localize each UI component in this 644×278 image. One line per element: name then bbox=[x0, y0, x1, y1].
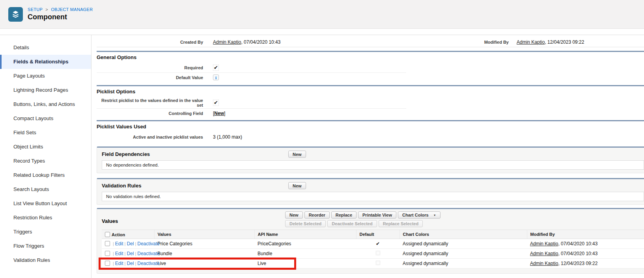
restrict-picklist-value: ✔ bbox=[203, 100, 219, 106]
checkmark-icon: ✔ bbox=[213, 65, 219, 71]
picklist-options-section: Picklist Options Restrict picklist to th… bbox=[97, 85, 644, 118]
sidebar-item-lightning-record-pages[interactable]: Lightning Record Pages bbox=[0, 83, 91, 97]
content-area: DetailsFields & RelationshipsPage Layout… bbox=[0, 35, 644, 278]
default-checkmark-icon: ✔ bbox=[376, 241, 380, 246]
default-value-row: Default Value i bbox=[97, 72, 406, 82]
general-options-section: General Options Required ✔ Default Value… bbox=[97, 51, 644, 82]
deactivate-link[interactable]: Deactivate bbox=[137, 251, 160, 256]
row-checkbox[interactable] bbox=[105, 261, 110, 266]
sidebar-item-fields-relationships[interactable]: Fields & Relationships bbox=[0, 55, 91, 69]
sidebar-item-related-lookup-filters[interactable]: Related Lookup Filters bbox=[0, 168, 91, 182]
field-dependencies-empty-message: No dependencies defined. bbox=[102, 160, 644, 170]
picklist-options-rows: Restrict picklist to the values defined … bbox=[97, 97, 406, 118]
column-header-values: Values bbox=[154, 230, 254, 239]
column-header-modified-by: Modified By bbox=[527, 230, 644, 239]
values-toolbar-row-1: NewReorderReplacePrintable ViewChart Col… bbox=[285, 211, 442, 219]
sidebar-item-list-view-button-layout[interactable]: List View Button Layout bbox=[0, 196, 91, 211]
sidebar-item-field-sets[interactable]: Field Sets bbox=[0, 126, 91, 140]
created-by-value: Admin Kaptio, 07/04/2020 10:43 bbox=[203, 39, 379, 45]
sidebar-item-flow-triggers[interactable]: Flow Triggers bbox=[0, 239, 91, 253]
object-manager-sidebar: DetailsFields & RelationshipsPage Layout… bbox=[0, 35, 91, 278]
sidebar-item-object-limits[interactable]: Object Limits bbox=[0, 140, 91, 154]
setup-header: SETUP > OBJECT MANAGER Component bbox=[0, 0, 644, 29]
sidebar-item-triggers[interactable]: Triggers bbox=[0, 225, 91, 239]
breadcrumb-object-manager[interactable]: OBJECT MANAGER bbox=[51, 7, 93, 12]
value-label-cell: Bundle bbox=[154, 249, 254, 259]
picklist-values-used-rows: Active and inactive picklist values 3 (1… bbox=[97, 132, 406, 142]
default-checkbox[interactable] bbox=[376, 261, 380, 265]
modified-by-datetime: , 07/04/2020 10:43 bbox=[558, 241, 597, 246]
validation-rules-header: Validation Rules New bbox=[102, 179, 644, 192]
pipe-separator: | bbox=[135, 251, 136, 256]
column-header-default: Default bbox=[356, 230, 399, 239]
action-cell: |Edit|Del|Deactivate bbox=[102, 259, 154, 269]
modified-by-user-link[interactable]: Admin Kaptio bbox=[530, 241, 558, 246]
audit-row: Created By Admin Kaptio, 07/04/2020 10:4… bbox=[97, 37, 644, 47]
layers-icon bbox=[11, 10, 20, 19]
picklist-options-title: Picklist Options bbox=[97, 89, 644, 95]
values-toolbar: NewReorderReplacePrintable ViewChart Col… bbox=[285, 211, 442, 228]
chart-colors-button[interactable]: Chart Colors▼ bbox=[398, 211, 441, 219]
values-header: Values NewReorderReplacePrintable ViewCh… bbox=[102, 209, 644, 230]
printable-view-button[interactable]: Printable View bbox=[358, 211, 396, 219]
column-header-api-name: API Name bbox=[254, 230, 356, 239]
deactivate-link[interactable]: Deactivate bbox=[137, 241, 160, 246]
controlling-field-new-link[interactable]: New bbox=[214, 111, 224, 116]
sidebar-item-restriction-rules[interactable]: Restriction Rules bbox=[0, 211, 91, 225]
modified-by-user-link[interactable]: Admin Kaptio bbox=[530, 261, 558, 266]
value-label-cell: Price Categories bbox=[154, 239, 254, 249]
reorder-button[interactable]: Reorder bbox=[304, 211, 330, 219]
field-detail-main: Created By Admin Kaptio, 07/04/2020 10:4… bbox=[91, 35, 644, 278]
pipe-separator: | bbox=[113, 251, 114, 256]
sidebar-item-compact-layouts[interactable]: Compact Layouts bbox=[0, 111, 91, 126]
edit-link[interactable]: Edit bbox=[115, 251, 123, 256]
row-checkbox[interactable] bbox=[105, 241, 110, 246]
chart-colors-cell: Assigned dynamically bbox=[399, 259, 527, 269]
active-values-row: Active and inactive picklist values 3 (1… bbox=[97, 132, 406, 142]
modified-by-cell: Admin Kaptio, 07/04/2020 10:43 bbox=[527, 249, 644, 259]
sidebar-item-buttons-links-and-actions[interactable]: Buttons, Links, and Actions bbox=[0, 97, 91, 111]
pipe-separator: | bbox=[135, 261, 136, 266]
modified-by-user-link[interactable]: Admin Kaptio bbox=[530, 251, 558, 256]
pipe-separator: | bbox=[113, 261, 114, 266]
modified-by-user-link[interactable]: Admin Kaptio bbox=[517, 39, 545, 45]
replace-button[interactable]: Replace bbox=[331, 211, 357, 219]
edit-link[interactable]: Edit bbox=[115, 241, 123, 246]
info-icon[interactable]: i bbox=[213, 74, 219, 80]
select-all-checkbox[interactable] bbox=[105, 232, 110, 237]
del-link[interactable]: Del bbox=[127, 251, 134, 256]
values-title: Values bbox=[102, 218, 118, 224]
new-button[interactable]: New bbox=[285, 211, 303, 219]
default-cell bbox=[356, 249, 399, 259]
restrict-picklist-row: Restrict picklist to the values defined … bbox=[97, 97, 406, 108]
sidebar-item-page-layouts[interactable]: Page Layouts bbox=[0, 69, 91, 83]
field-dependencies-buttons: New bbox=[288, 150, 308, 158]
del-link[interactable]: Del bbox=[127, 241, 134, 246]
row-checkbox[interactable] bbox=[105, 251, 110, 256]
sidebar-item-validation-rules[interactable]: Validation Rules bbox=[0, 253, 91, 267]
new-validation-rule-button[interactable]: New bbox=[288, 182, 306, 189]
delete-selected-button: Delete Selected bbox=[285, 220, 326, 227]
default-checkbox[interactable] bbox=[376, 251, 380, 255]
edit-link[interactable]: Edit bbox=[115, 261, 123, 266]
pipe-separator: | bbox=[125, 251, 126, 256]
general-options-rows: Required ✔ Default Value i bbox=[97, 63, 406, 82]
modified-by-datetime: , 12/04/2023 09:22 bbox=[545, 39, 584, 45]
sidebar-item-search-layouts[interactable]: Search Layouts bbox=[0, 182, 91, 196]
del-link[interactable]: Del bbox=[127, 261, 134, 266]
deactivate-link[interactable]: Deactivate bbox=[137, 261, 160, 266]
validation-rules-empty-message: No validation rules defined. bbox=[102, 192, 644, 201]
breadcrumb-setup[interactable]: SETUP bbox=[28, 7, 43, 12]
sidebar-item-record-types[interactable]: Record Types bbox=[0, 154, 91, 168]
created-by-user-link[interactable]: Admin Kaptio bbox=[213, 39, 241, 45]
new-dependency-button[interactable]: New bbox=[288, 151, 306, 158]
pipe-separator: | bbox=[125, 241, 126, 246]
column-header-action: Action bbox=[102, 230, 154, 239]
header-text-block: SETUP > OBJECT MANAGER Component bbox=[28, 7, 93, 21]
controlling-field-value: [New] bbox=[203, 111, 225, 116]
created-by-label: Created By bbox=[97, 40, 203, 44]
sidebar-item-details[interactable]: Details bbox=[0, 41, 91, 55]
pipe-separator: | bbox=[135, 241, 136, 246]
controlling-field-row: Controlling Field [New] bbox=[97, 108, 406, 118]
page: SETUP > OBJECT MANAGER Component Details… bbox=[0, 0, 644, 278]
